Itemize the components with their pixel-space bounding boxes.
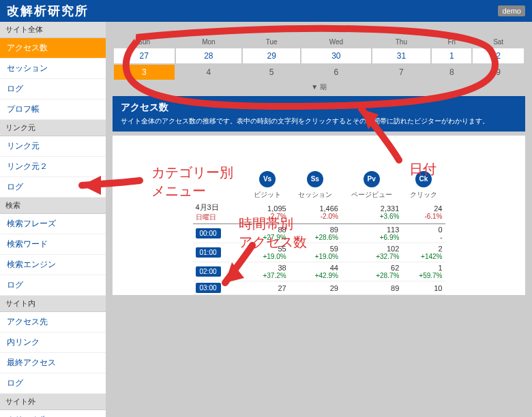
sidebar-item[interactable]: 最終アクセス xyxy=(0,353,106,373)
calendar-day[interactable]: 5 xyxy=(243,65,300,80)
stat-cell: 89 xyxy=(341,281,402,295)
stat-cell: 44+42.9% xyxy=(289,262,341,281)
summary-label: 4月3日日曜日 xyxy=(193,201,246,224)
summary-cell: 2,331+3.6% xyxy=(341,201,402,224)
summary-cell: 1,466-2.0% xyxy=(289,201,341,224)
calendar-day[interactable]: 27 xyxy=(114,48,175,63)
sidebar-item[interactable]: プロフ帳 xyxy=(0,99,106,120)
sidebar-item[interactable]: 内リンク xyxy=(0,333,106,353)
sidebar-item[interactable]: リンク元 xyxy=(0,136,106,157)
calendar-day[interactable]: 9 xyxy=(473,65,524,80)
stat-cell: 89+28.6% xyxy=(289,224,341,243)
calendar-dow: Tue xyxy=(243,37,300,47)
calendar-day[interactable]: 28 xyxy=(176,48,242,63)
brand-title: 改解析研究所 xyxy=(7,3,89,19)
summary-cell: 1,095-2.7% xyxy=(246,201,289,224)
time-badge[interactable]: 01:00 xyxy=(196,247,221,258)
stat-cell: 55+19.0% xyxy=(246,243,289,262)
time-badge[interactable]: 00:00 xyxy=(196,228,221,238)
calendar-day[interactable]: 31 xyxy=(372,48,431,63)
stats-table: VsSsPvCkビジットセッションページビュークリック4月3日日曜日1,095-… xyxy=(193,170,445,295)
calendar-day[interactable]: 3 xyxy=(114,65,175,80)
calendar-dow: Mon xyxy=(176,37,242,47)
column-label: ページビュー xyxy=(341,189,402,201)
calendar-expander[interactable]: ▼ 期 xyxy=(113,82,525,92)
stat-cell: 38+37.2% xyxy=(246,262,289,281)
calendar-day[interactable]: 8 xyxy=(432,65,471,80)
calendar-day[interactable]: 4 xyxy=(176,65,242,80)
sidebar-group-header: リンク元 xyxy=(0,120,106,136)
column-badge: Ck xyxy=(415,171,432,187)
time-badge[interactable]: 02:00 xyxy=(196,266,221,277)
column-badge: Pv xyxy=(364,171,380,187)
stat-cell: 62+28.7% xyxy=(341,262,402,281)
calendar-day[interactable]: 6 xyxy=(301,65,370,80)
summary-cell: 24-6.1% xyxy=(402,201,445,224)
stat-cell: 2+142% xyxy=(402,243,445,262)
demo-badge: demo xyxy=(498,5,525,16)
column-label: クリック xyxy=(402,189,445,201)
stat-cell: 88+27.9% xyxy=(246,224,289,243)
sidebar-group-header: サイト全体 xyxy=(0,22,106,38)
calendar-dow: Wed xyxy=(301,37,370,47)
calendar-day[interactable]: 29 xyxy=(243,48,300,63)
column-badge: Ss xyxy=(307,171,323,187)
calendar-day[interactable]: 1 xyxy=(432,48,471,63)
stat-cell: 29 xyxy=(289,281,341,295)
sidebar-group-header: サイト内 xyxy=(0,296,106,312)
column-label: ビジット xyxy=(246,189,289,201)
sidebar: サイト全体アクセス数セッションログプロフ帳リンク元リンク元リンク元２ログ検索検索… xyxy=(0,22,106,417)
sidebar-item[interactable]: リンク元２ xyxy=(0,157,106,177)
stat-cell: 113+6.9% xyxy=(341,224,402,243)
time-badge[interactable]: 03:00 xyxy=(196,283,221,293)
stats-panel: VsSsPvCkビジットセッションページビュークリック4月3日日曜日1,095-… xyxy=(113,136,525,295)
calendar-dow: Thu xyxy=(372,37,431,47)
stat-cell: 59+19.0% xyxy=(289,243,341,262)
stat-cell: 1+59.7% xyxy=(402,262,445,281)
sidebar-item[interactable]: ログ xyxy=(0,373,106,394)
calendar-dow: Sun xyxy=(114,37,175,47)
column-badge: Vs xyxy=(259,171,276,187)
column-label: セッション xyxy=(289,189,341,201)
calendar-dow: Sat xyxy=(473,37,524,47)
calendar: SunMonTueWedThuFriSat2728293031123456789 xyxy=(113,35,525,81)
main-area: SunMonTueWedThuFriSat2728293031123456789… xyxy=(106,22,532,417)
panel-title: アクセス数 xyxy=(121,102,517,114)
sidebar-item[interactable]: 検索ワード xyxy=(0,234,106,255)
stat-cell: 0- xyxy=(402,224,445,243)
sidebar-group-header: 検索 xyxy=(0,198,106,214)
stat-cell: 27 xyxy=(246,281,289,295)
stat-cell: 10 xyxy=(402,281,445,295)
sidebar-group-header: サイト外 xyxy=(0,394,106,410)
calendar-day[interactable]: 7 xyxy=(372,65,431,80)
calendar-day[interactable]: 2 xyxy=(473,48,524,63)
sidebar-item[interactable]: ログ xyxy=(0,177,106,198)
stat-cell: 102+32.7% xyxy=(341,243,402,262)
sidebar-item[interactable]: アクセス先 xyxy=(0,312,106,333)
sidebar-item[interactable]: クリック先 xyxy=(0,410,106,417)
sidebar-item[interactable]: ログ xyxy=(0,79,106,99)
sidebar-item[interactable]: セッション xyxy=(0,59,106,79)
calendar-dow: Fri xyxy=(432,37,471,47)
top-bar: 改解析研究所 demo xyxy=(0,0,532,22)
panel-subtitle: サイト全体のアクセス数の推移です。表中の時刻の文字列をクリックするとその時間帯に… xyxy=(121,117,517,126)
calendar-day[interactable]: 30 xyxy=(301,48,370,63)
sidebar-item[interactable]: 検索エンジン xyxy=(0,255,106,275)
panel-header: アクセス数 サイト全体のアクセス数の推移です。表中の時刻の文字列をクリックすると… xyxy=(113,96,525,132)
sidebar-item[interactable]: ログ xyxy=(0,275,106,296)
sidebar-item[interactable]: アクセス数 xyxy=(0,38,106,59)
sidebar-item[interactable]: 検索フレーズ xyxy=(0,214,106,234)
